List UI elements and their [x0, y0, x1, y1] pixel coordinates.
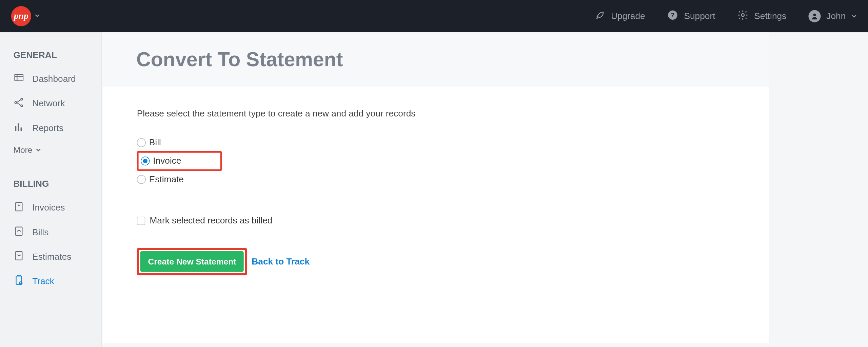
radio-icon	[141, 157, 150, 165]
chevron-down-icon	[35, 12, 40, 20]
radio-label: Bill	[149, 138, 161, 148]
sidebar-item-estimates[interactable]: Estimates	[0, 244, 101, 269]
sidebar-item-bills[interactable]: Bills	[0, 220, 101, 244]
radio-icon	[137, 175, 146, 184]
topbar: pnp Upgrade ? Support Settings John	[0, 0, 868, 32]
sidebar-item-reports[interactable]: Reports	[0, 116, 101, 140]
sidebar-section-billing: BILLING	[0, 173, 101, 196]
sidebar-item-label: Bills	[32, 227, 48, 238]
logo-badge: pnp	[11, 6, 31, 26]
invoice-icon	[13, 201, 24, 214]
mark-billed-checkbox[interactable]: Mark selected records as billed	[137, 216, 734, 226]
intro-text: Please select the statement type to crea…	[137, 109, 734, 119]
radio-icon	[137, 138, 146, 147]
page-header: Convert To Statement	[102, 32, 769, 86]
svg-rect-9	[16, 227, 22, 236]
bill-icon	[13, 226, 24, 239]
svg-rect-8	[16, 203, 22, 211]
svg-rect-4	[15, 74, 23, 81]
content: Convert To Statement Please select the s…	[102, 32, 769, 347]
svg-point-2	[742, 14, 744, 16]
logo[interactable]: pnp	[11, 6, 40, 26]
rocket-icon	[595, 10, 606, 22]
highlight-invoice: Invoice	[137, 151, 222, 171]
sidebar-more[interactable]: More	[0, 141, 101, 158]
estimate-icon	[13, 250, 24, 263]
user-name: John	[826, 11, 846, 21]
svg-point-5	[15, 102, 16, 103]
settings-link[interactable]: Settings	[737, 10, 786, 23]
chevron-down-icon	[851, 11, 857, 21]
sidebar-item-track[interactable]: Track	[0, 269, 101, 294]
radio-bill[interactable]: Bill	[137, 134, 734, 151]
sidebar-item-label: Network	[32, 98, 65, 109]
radio-label: Invoice	[153, 156, 181, 166]
sidebar-item-label: Reports	[32, 123, 63, 133]
more-label: More	[13, 145, 32, 154]
sidebar-item-network[interactable]: Network	[0, 91, 101, 116]
sidebar-section-general: GENERAL	[0, 44, 101, 67]
sidebar-item-invoices[interactable]: Invoices	[0, 196, 101, 220]
user-menu[interactable]: John	[809, 10, 857, 22]
reports-icon	[13, 122, 24, 135]
svg-point-7	[21, 105, 22, 107]
upgrade-label: Upgrade	[611, 11, 645, 21]
gear-icon	[737, 10, 749, 23]
checkbox-label: Mark selected records as billed	[150, 216, 272, 226]
sidebar-item-label: Dashboard	[32, 74, 76, 84]
page-title: Convert To Statement	[136, 48, 735, 71]
settings-label: Settings	[754, 11, 786, 21]
track-icon	[13, 275, 24, 288]
svg-point-6	[21, 98, 22, 100]
support-link[interactable]: ? Support	[667, 10, 715, 23]
dashboard-icon	[13, 72, 24, 86]
sidebar: GENERAL Dashboard Network Reports More	[0, 32, 102, 347]
back-to-track-link[interactable]: Back to Track	[252, 257, 310, 267]
radio-invoice[interactable]: Invoice	[141, 156, 181, 166]
support-label: Support	[684, 11, 715, 21]
chevron-down-icon	[36, 145, 41, 154]
sidebar-item-label: Track	[32, 276, 54, 287]
highlight-create-button: Create New Statement	[137, 248, 248, 275]
checkbox-icon	[137, 217, 145, 225]
svg-point-3	[813, 14, 816, 16]
network-icon	[13, 97, 24, 110]
sidebar-item-label: Estimates	[32, 252, 71, 262]
radio-label: Estimate	[149, 175, 184, 185]
upgrade-link[interactable]: Upgrade	[595, 10, 645, 22]
sidebar-item-dashboard[interactable]: Dashboard	[0, 67, 101, 91]
sidebar-item-label: Invoices	[32, 203, 65, 213]
question-icon: ?	[667, 10, 678, 23]
user-avatar-icon	[809, 10, 821, 22]
radio-estimate[interactable]: Estimate	[137, 171, 734, 188]
create-statement-button[interactable]: Create New Statement	[140, 251, 244, 272]
svg-text:?: ?	[671, 12, 675, 19]
